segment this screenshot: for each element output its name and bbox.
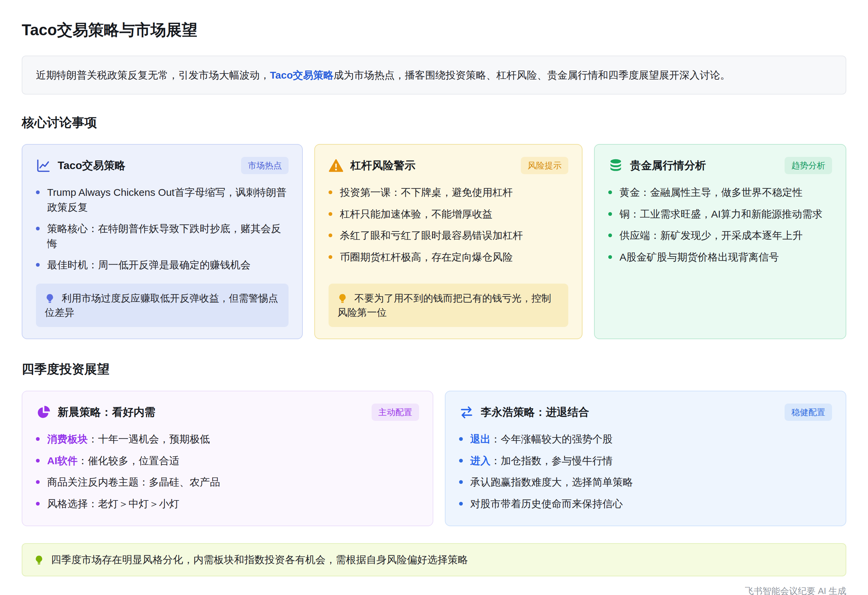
- bullet-dot: [36, 480, 40, 484]
- list-item: Trump Always Chickens Out首字母缩写，讽刺特朗普政策反复: [36, 185, 289, 215]
- bullet-text: Trump Always Chickens Out首字母缩写，讽刺特朗普政策反复: [47, 185, 289, 215]
- bullet-text: 杀红了眼和亏红了眼时最容易错误加杠杆: [340, 228, 523, 243]
- card-leverage-risk: 杠杆风险警示 风险提示 投资第一课：不下牌桌，避免使用杠杆 杠杆只能加速体验，不…: [314, 144, 583, 339]
- bullet-list: 投资第一课：不下牌桌，避免使用杠杆 杠杆只能加速体验，不能增厚收益 杀红了眼和亏…: [329, 185, 568, 264]
- core-topics-grid: Taco交易策略 市场热点 Trump Always Chickens Out首…: [22, 144, 846, 339]
- badge-risk-alert: 风险提示: [521, 157, 568, 174]
- list-item: 消费板块：十年一遇机会，预期极低: [36, 432, 419, 446]
- card-title: 新晨策略：看好内需: [58, 405, 155, 420]
- bullet-rest: 风格选择：老灯＞中灯＞小灯: [47, 498, 179, 509]
- footer-note: 飞书智能会议纪要 AI 生成: [22, 585, 846, 595]
- tip-text: 不要为了用不到的钱而把已有的钱亏光，控制风险第一位: [337, 293, 551, 318]
- bullet-text: A股金矿股与期货价格出现背离信号: [620, 250, 779, 265]
- list-item: 投资第一课：不下牌桌，避免使用杠杆: [329, 185, 568, 200]
- bullet-list: Trump Always Chickens Out首字母缩写，讽刺特朗普政策反复…: [36, 185, 289, 272]
- badge-steady-allocation: 稳健配置: [785, 404, 832, 421]
- list-item: 供应端：新矿发现少，开采成本逐年上升: [608, 228, 832, 243]
- bullet-text: 承认跑赢指数难度大，选择简单策略: [470, 475, 633, 490]
- pie-chart-icon: [36, 405, 51, 420]
- bullet-text: 进入：加仓指数，参与慢牛行情: [470, 454, 613, 468]
- bullet-dot: [608, 190, 612, 194]
- list-item: 杀红了眼和亏红了眼时最容易错误加杠杆: [329, 228, 568, 243]
- lightbulb-icon: [34, 554, 51, 565]
- card-header: 贵金属行情分析 趋势分析: [608, 157, 832, 174]
- bullet-text: 策略核心：在特朗普作妖导致下跌时抄底，赌其会反悔: [47, 221, 289, 251]
- bullet-rest: ：今年涨幅较大的强势个股: [491, 433, 613, 445]
- bullet-lead: 消费板块: [47, 433, 88, 445]
- list-item: 策略核心：在特朗普作妖导致下跌时抄底，赌其会反悔: [36, 221, 289, 251]
- card-header: 杠杆风险警示 风险提示: [329, 157, 568, 174]
- bullet-dot: [459, 480, 463, 484]
- card-title: 李永浩策略：进退结合: [481, 405, 589, 420]
- card-header: Taco交易策略 市场热点: [36, 157, 289, 174]
- bullet-dot: [36, 190, 40, 194]
- summary-highlight: Taco交易策略: [270, 69, 334, 81]
- bullet-dot: [608, 233, 612, 237]
- bullet-dot: [329, 255, 332, 259]
- bullet-rest: ：十年一遇机会，预期极低: [88, 433, 210, 445]
- card-title: 杠杆风险警示: [350, 158, 415, 173]
- list-item: 风格选择：老灯＞中灯＞小灯: [36, 496, 419, 511]
- section-title-q4: 四季度投资展望: [22, 361, 846, 378]
- tip-box: 利用市场过度反应赚取低开反弹收益，但需警惕点位差异: [36, 284, 289, 327]
- bullet-text: 最佳时机：周一低开反弹是最确定的赚钱机会: [47, 258, 251, 272]
- bullet-dot: [608, 255, 612, 259]
- bullet-rest: 对股市带着历史使命而来保持信心: [470, 498, 623, 509]
- tip-box: 不要为了用不到的钱而把已有的钱亏光，控制风险第一位: [329, 284, 568, 327]
- bullet-dot: [329, 233, 332, 237]
- badge-active-allocation: 主动配置: [372, 404, 419, 421]
- list-item: 币圈期货杠杆极高，存在定向爆仓风险: [329, 250, 568, 265]
- bullet-list: 黄金：金融属性主导，做多世界不稳定性 铜：工业需求旺盛，AI算力和新能源推动需求…: [608, 185, 832, 264]
- badge-market-hot: 市场热点: [241, 157, 289, 174]
- list-item: 承认跑赢指数难度大，选择简单策略: [459, 475, 832, 490]
- bullet-dot: [329, 212, 332, 216]
- bullet-lead: 进入: [470, 455, 491, 466]
- bullet-lead: AI软件: [47, 455, 78, 466]
- list-item: 商品关注反内卷主题：多晶硅、农产品: [36, 475, 419, 490]
- summary-text-post: 成为市场热点，播客围绕投资策略、杠杆风险、贵金属行情和四季度展望展开深入讨论。: [334, 69, 730, 81]
- card-title: Taco交易策略: [58, 158, 125, 173]
- bullet-list: 退出：今年涨幅较大的强势个股 进入：加仓指数，参与慢牛行情 承认跑赢指数难度大，…: [459, 432, 832, 511]
- bullet-rest: 承认跑赢指数难度大，选择简单策略: [470, 476, 633, 487]
- card-header: 新晨策略：看好内需 主动配置: [36, 404, 419, 421]
- q4-outlook-grid: 新晨策略：看好内需 主动配置 消费板块：十年一遇机会，预期极低 AI软件：催化较…: [22, 391, 846, 526]
- bullet-rest: ：催化较多，位置合适: [78, 455, 179, 466]
- tip-text: 利用市场过度反应赚取低开反弹收益，但需警惕点位差异: [45, 293, 278, 318]
- section-title-core: 核心讨论事项: [22, 114, 846, 131]
- lightbulb-icon: [337, 293, 354, 303]
- lightbulb-icon: [45, 293, 62, 303]
- card-taco-strategy: Taco交易策略 市场热点 Trump Always Chickens Out首…: [22, 144, 303, 339]
- bullet-text: 铜：工业需求旺盛，AI算力和新能源推动需求: [620, 207, 822, 222]
- bullet-text: 杠杆只能加速体验，不能增厚收益: [340, 207, 492, 222]
- coins-icon: [608, 158, 623, 173]
- bullet-dot: [459, 459, 463, 462]
- badge-trend-analysis: 趋势分析: [785, 157, 832, 174]
- bullet-text: AI软件：催化较多，位置合适: [47, 454, 179, 468]
- list-item: 对股市带着历史使命而来保持信心: [459, 496, 832, 511]
- key-takeaway-banner: 四季度市场存在明显风格分化，内需板块和指数投资各有机会，需根据自身风险偏好选择策…: [22, 543, 846, 576]
- summary-text-pre: 近期特朗普关税政策反复无常，引发市场大幅波动，: [36, 69, 270, 81]
- bullet-text: 黄金：金融属性主导，做多世界不稳定性: [620, 185, 803, 200]
- card-liyonghao-strategy: 李永浩策略：进退结合 稳健配置 退出：今年涨幅较大的强势个股 进入：加仓指数，参…: [445, 391, 846, 526]
- bullet-rest: ：加仓指数，参与慢牛行情: [491, 455, 613, 466]
- list-item: 黄金：金融属性主导，做多世界不稳定性: [608, 185, 832, 200]
- bullet-dot: [459, 437, 463, 441]
- bullet-text: 供应端：新矿发现少，开采成本逐年上升: [620, 228, 803, 243]
- line-chart-icon: [36, 158, 51, 173]
- bullet-text: 消费板块：十年一遇机会，预期极低: [47, 432, 210, 446]
- bullet-text: 投资第一课：不下牌桌，避免使用杠杆: [340, 185, 513, 200]
- bullet-lead: 退出: [470, 433, 491, 445]
- bullet-text: 商品关注反内卷主题：多晶硅、农产品: [47, 475, 220, 490]
- banner-text: 四季度市场存在明显风格分化，内需板块和指数投资各有机会，需根据自身风险偏好选择策…: [51, 554, 468, 565]
- list-item: 进入：加仓指数，参与慢牛行情: [459, 454, 832, 468]
- summary-box: 近期特朗普关税政策反复无常，引发市场大幅波动，Taco交易策略成为市场热点，播客…: [22, 56, 846, 94]
- card-title: 贵金属行情分析: [630, 158, 706, 173]
- exchange-arrows-icon: [459, 405, 474, 420]
- list-item: 杠杆只能加速体验，不能增厚收益: [329, 207, 568, 222]
- bullet-dot: [36, 502, 40, 505]
- list-item: AI软件：催化较多，位置合适: [36, 454, 419, 468]
- list-item: A股金矿股与期货价格出现背离信号: [608, 250, 832, 265]
- bullet-dot: [329, 190, 332, 194]
- bullet-text: 风格选择：老灯＞中灯＞小灯: [47, 496, 179, 511]
- bullet-dot: [459, 502, 463, 505]
